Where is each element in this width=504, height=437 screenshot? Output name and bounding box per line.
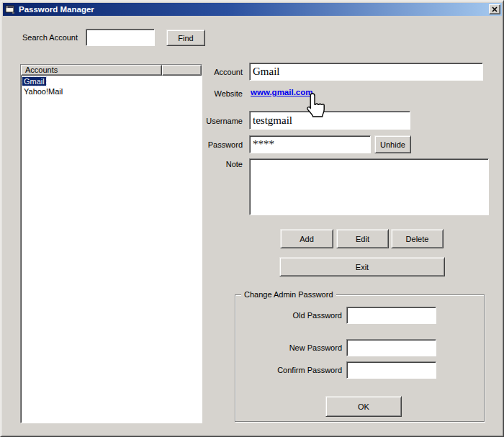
accounts-header-column[interactable]: Accounts <box>21 65 162 76</box>
accounts-header-column-2[interactable] <box>162 65 202 76</box>
titlebar: Password Manager <box>3 3 502 16</box>
password-manager-window: Password Manager Search Account Find Acc… <box>0 0 504 437</box>
accounts-listview[interactable]: Accounts GmailYahoo!Mail <box>20 64 202 423</box>
list-item[interactable]: Gmail <box>22 76 201 86</box>
website-link[interactable]: www.gmail.com <box>251 88 312 96</box>
account-label: Account <box>202 68 243 76</box>
old-password-label: Old Password <box>243 311 342 320</box>
close-button[interactable] <box>489 4 500 14</box>
find-button[interactable]: Find <box>166 30 205 46</box>
window-title: Password Manager <box>19 5 489 14</box>
note-label: Note <box>202 160 243 168</box>
list-item[interactable]: Yahoo!Mail <box>22 86 201 96</box>
website-label: Website <box>202 89 243 98</box>
delete-button[interactable]: Delete <box>391 229 444 248</box>
unhide-button[interactable]: Unhide <box>374 135 411 153</box>
password-label: Password <box>202 140 243 149</box>
app-icon <box>5 4 15 14</box>
confirm-password-label: Confirm Password <box>243 366 342 374</box>
note-field[interactable] <box>249 158 489 215</box>
account-field[interactable] <box>249 63 483 81</box>
exit-button[interactable]: Exit <box>279 257 445 276</box>
accounts-list-items: GmailYahoo!Mail <box>21 76 202 97</box>
accounts-list-header: Accounts <box>21 65 202 76</box>
new-password-field[interactable] <box>346 339 436 356</box>
password-field[interactable] <box>249 135 371 153</box>
add-button[interactable]: Add <box>280 229 333 248</box>
change-admin-password-group: Change Admin Password Old Password New P… <box>235 294 485 422</box>
confirm-password-field[interactable] <box>346 361 436 379</box>
close-icon <box>492 6 498 12</box>
ok-button[interactable]: OK <box>325 396 402 417</box>
search-account-label: Search Account <box>22 33 78 42</box>
search-input[interactable] <box>86 29 155 46</box>
edit-button[interactable]: Edit <box>336 229 389 248</box>
change-admin-password-title: Change Admin Password <box>241 290 336 299</box>
new-password-label: New Password <box>243 343 342 352</box>
old-password-field[interactable] <box>346 307 436 324</box>
username-field[interactable] <box>249 111 410 130</box>
username-label: Username <box>202 117 243 125</box>
